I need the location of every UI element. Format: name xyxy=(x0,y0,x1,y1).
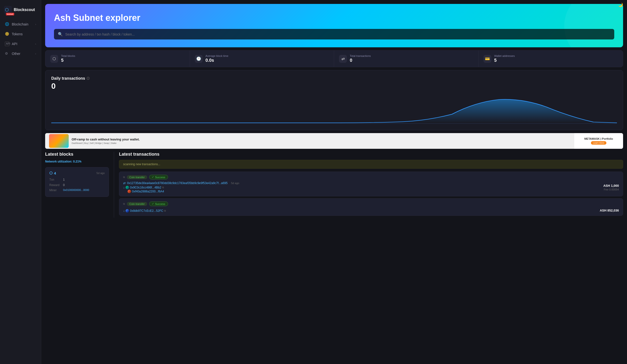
txn-left-2: ↓ 0x8db97C7cEcE2...52FC ⧉ xyxy=(123,208,166,213)
sidebar-item-tokens[interactable]: 🪙 Tokens xyxy=(2,29,39,39)
success-checkmark-icon-2: ✓ xyxy=(152,202,154,205)
down-arrow-icon-2: ↓ xyxy=(123,209,125,213)
txn-copy-icon-2[interactable]: ⧉ xyxy=(123,202,125,205)
block-info: Txn 1 Reward 0 Miner 0x0100000000...0000 xyxy=(49,177,105,193)
chart-info-icon[interactable]: ⓘ xyxy=(87,77,90,81)
scanning-bar: scanning new transactions... xyxy=(119,160,623,169)
wallet-icon: 💳 xyxy=(483,55,491,63)
ad-text-group: Off-ramp to cash without leaving your wa… xyxy=(72,137,140,145)
to-addr-2[interactable]: ↓ 0x8db97C7cEcE2...52FC ⧉ xyxy=(123,209,166,213)
other-chevron-icon: › xyxy=(35,52,36,55)
avg-block-info: Average block time 0.0s xyxy=(206,54,228,63)
stat-total-transactions[interactable]: ⇄ Total transactions 0 xyxy=(334,50,479,67)
reward-val: 0 xyxy=(63,182,65,188)
block-number[interactable]: ⬡ 4 xyxy=(49,171,56,175)
block-time: 5d ago xyxy=(96,172,105,175)
ad-banner[interactable]: Off-ramp to cash without leaving your wa… xyxy=(45,133,623,149)
txn-row-2: ↓ 0x8db97C7cEcE2...52FC ⧉ ASH 852,036 xyxy=(123,208,619,213)
to-addr-copy-icon-2[interactable]: ⧉ xyxy=(164,209,166,212)
wallet-info: Wallet addresses 5 xyxy=(494,54,515,63)
avg-block-value: 0.0s xyxy=(206,58,228,63)
wallet-label: Wallet addresses xyxy=(494,54,515,57)
latest-transactions-section: Latest transactions scanning new transac… xyxy=(114,152,623,218)
latest-transactions-title: Latest transactions xyxy=(119,152,623,157)
stat-wallet-addresses[interactable]: 💳 Wallet addresses 5 xyxy=(479,50,623,67)
success-checkmark-icon: ✓ xyxy=(152,176,154,179)
to-addr-dot-2 xyxy=(126,209,129,213)
ad-sub-links: Dashboard | Buy | Sell | Bridge | Swap |… xyxy=(72,142,140,144)
txn-val: 1 xyxy=(63,177,65,182)
latest-blocks-section: Latest blocks Network utilization: 0.21%… xyxy=(45,152,114,218)
txn-card-2-header: ⧉ Coin transfer ✓ Success xyxy=(123,201,619,206)
sidebar-logo: testnet ⬡ Blockscout xyxy=(0,4,41,20)
txn-info: Total transactions 0 xyxy=(350,54,371,63)
api-icon: API xyxy=(5,42,9,46)
avg-block-label: Average block time xyxy=(206,54,228,57)
other-label: Other xyxy=(12,52,20,56)
block-cube-icon: ⬡ xyxy=(49,171,52,175)
blocks-label: Total blocks xyxy=(61,54,75,57)
txn-row-1: ⇄ 0x12735de30ea4aee0c8780dd38c9dc1783eaf… xyxy=(123,182,619,193)
metamask-logo: METAMASK | Portfolio xyxy=(584,137,613,140)
testnet-badge: testnet xyxy=(6,13,14,15)
reward-key: Reward xyxy=(49,182,61,188)
blockchain-label: Blockchain xyxy=(12,22,28,26)
txn-right-1: ASH 1,000 Fee 0.00054 xyxy=(603,184,619,191)
api-label: API xyxy=(12,42,17,46)
sidebar-item-other[interactable]: ⚙ Other › xyxy=(2,49,39,58)
success-badge-1: ✓ Success xyxy=(149,175,168,180)
chart-value: 0 xyxy=(51,82,617,91)
blocks-info: Total blocks 5 xyxy=(61,54,75,63)
chart-section: Daily transactions ⓘ 0 xyxy=(45,70,623,130)
api-chevron-icon: › xyxy=(35,43,36,45)
txn-hash-1[interactable]: 0x12735de30ea4aee0c8780dd38c9dc1783eaf35… xyxy=(127,182,228,185)
blocks-icon: ⬡ xyxy=(50,55,58,63)
wallet-value: 5 xyxy=(494,58,515,63)
to-addr-1[interactable]: ↓ 0x9C0c16cc486f...4Bb2 ⧉ xyxy=(123,186,239,189)
clock-icon: 🕐 xyxy=(195,55,203,63)
search-bar[interactable]: 🔍 xyxy=(54,29,614,40)
from-addr-1[interactable]: 0xf40a2888a2200...f6A4 xyxy=(123,190,239,193)
metamask-cta[interactable]: Learn More xyxy=(591,141,606,145)
miner-address[interactable]: 0x0100000000...0000 xyxy=(63,188,89,193)
transfer-icon: ⇄ xyxy=(339,55,347,63)
transfer-arrow-icon-1: ⇄ xyxy=(123,182,126,185)
ad-left: Off-ramp to cash without leaving your wa… xyxy=(45,133,574,149)
txn-card-1-header: ⧉ Coin transfer ✓ Success xyxy=(123,175,619,180)
stat-total-blocks[interactable]: ⬡ Total blocks 5 xyxy=(45,50,190,67)
blockchain-icon: 🌐 xyxy=(5,22,9,26)
tokens-label: Tokens xyxy=(12,32,23,36)
sidebar-item-blockchain[interactable]: 🌐 Blockchain › xyxy=(2,20,39,29)
blockchain-chevron-icon: › xyxy=(35,23,36,26)
ad-illustration xyxy=(49,134,69,148)
page-title: Ash Subnet explorer xyxy=(54,13,614,23)
bottom-content: Latest blocks Network utilization: 0.21%… xyxy=(45,152,623,218)
chart-title: Daily transactions ⓘ xyxy=(51,76,617,81)
search-input[interactable] xyxy=(65,32,610,36)
stat-avg-block-time[interactable]: 🕐 Average block time 0.0s xyxy=(190,50,334,67)
topbar: 🌙 xyxy=(614,0,627,9)
txn-copy-icon-1[interactable]: ⧉ xyxy=(123,176,125,179)
down-arrow-icon-1: ↓ xyxy=(123,186,125,189)
blocks-value: 5 xyxy=(61,58,75,63)
txn-key: Txn xyxy=(49,177,61,182)
svg-text:⬡: ⬡ xyxy=(5,7,9,12)
txn-right-2: ASH 852,036 xyxy=(600,209,619,212)
from-addr-dot-1 xyxy=(128,190,131,193)
to-addr-copy-icon[interactable]: ⧉ xyxy=(162,186,164,189)
chart-area xyxy=(51,95,617,124)
coin-transfer-badge-2: Coin transfer xyxy=(127,202,147,206)
search-icon: 🔍 xyxy=(58,32,63,37)
ad-right: METAMASK | Portfolio Learn More xyxy=(574,133,623,149)
main-content: Ash Subnet explorer 🔍 ⬡ Total blocks 5 🕐… xyxy=(41,0,627,364)
miner-key: Miner xyxy=(49,188,61,193)
block-card-header: ⬡ 4 5d ago xyxy=(49,171,105,175)
txn-value: 0 xyxy=(350,58,371,63)
success-badge-2: ✓ Success xyxy=(149,201,168,206)
moon-icon[interactable]: 🌙 xyxy=(618,3,623,7)
sidebar-item-api[interactable]: API API › xyxy=(2,39,39,48)
header-banner: Ash Subnet explorer 🔍 xyxy=(45,4,623,47)
block-card: ⬡ 4 5d ago Txn 1 Reward 0 Miner xyxy=(45,167,109,197)
txn-card-1: ⧉ Coin transfer ✓ Success ⇄ 0x12735de30e… xyxy=(119,172,623,196)
txn-amount-2: ASH 852,036 xyxy=(600,209,619,212)
